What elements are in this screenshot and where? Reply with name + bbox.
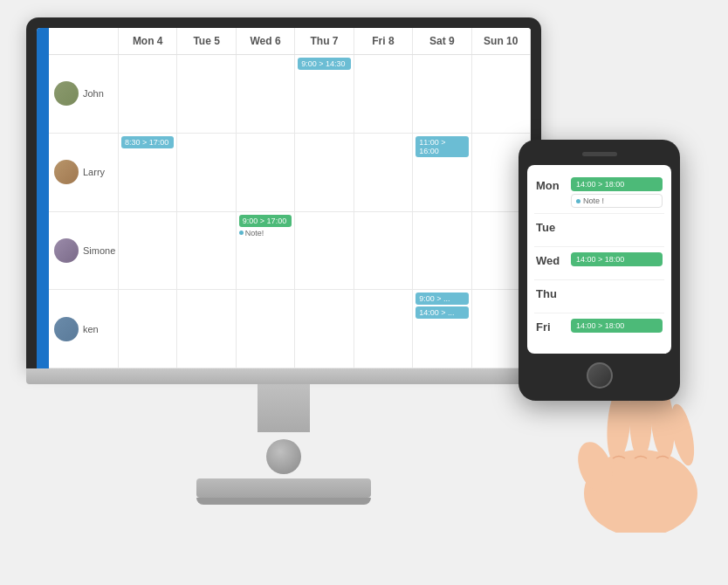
cal-cell-larry-wed[interactable] [237,134,295,211]
cal-cell-simone-mon[interactable] [119,212,177,290]
event-larry-mon[interactable]: 8:30 > 17:00 [121,136,174,148]
phone-events-wed: 14:00 > 18:00 [571,252,663,266]
avatar-simone [54,238,79,263]
cal-cell-ken-wed[interactable] [237,290,295,368]
phone-day-thu: Thu [536,286,564,300]
cal-person-ken: ken [49,290,119,368]
cal-cell-ken-fri[interactable] [354,290,413,368]
phone-row-wed: Wed 14:00 > 18:00 [534,247,664,280]
cal-cell-larry-fri[interactable] [354,134,413,211]
cal-cell-simone-tue[interactable] [177,212,236,290]
cal-header-mon: Mon 4 [119,28,177,54]
monitor-neck [258,384,310,432]
phone-body: Mon 14:00 > 18:00 Note ! Tue [519,140,680,401]
phone-home-button[interactable] [587,362,613,389]
phone-note-dot-mon [576,199,580,203]
phone-row-thu: Thu [534,280,664,313]
monitor: Mon 4 Tue 5 Wed 6 Thu 7 Fri 8 Sat 9 Sun … [26,17,541,505]
cal-cell-simone-sat[interactable] [413,212,471,290]
phone-day-mon: Mon [536,177,564,192]
phone-row-mon: Mon 14:00 > 18:00 Note ! [534,172,664,214]
note-dot [239,231,244,235]
cal-cell-ken-thu[interactable] [295,290,354,368]
cal-header-wed: Wed 6 [237,28,295,54]
person-name-john: John [83,88,104,99]
cal-cell-larry-mon[interactable]: 8:30 > 17:00 [119,134,177,211]
cal-cell-john-sun[interactable] [472,55,531,133]
cal-header-empty [49,28,119,54]
phone: Mon 14:00 > 18:00 Note ! Tue [519,140,680,401]
cal-cell-larry-thu[interactable] [295,134,354,211]
cal-row-ken: ken 9:00 > ... 14:00 > ... [49,290,531,368]
cal-cell-simone-thu[interactable] [295,212,354,290]
monitor-left-bar [37,28,49,368]
avatar-john [54,81,79,106]
cal-cell-ken-mon[interactable] [119,290,177,368]
cal-cell-john-thu[interactable]: 9:00 > 14:30 [295,55,354,133]
note-simone-wed: Note! [239,229,292,237]
event-john-thu[interactable]: 9:00 > 14:30 [298,58,350,70]
phone-row-fri: Fri 14:00 > 18:00 [534,313,664,347]
cal-cell-john-tue[interactable] [177,55,236,133]
event-simone-wed[interactable]: 9:00 > 17:00 [239,215,292,227]
phone-events-mon: 14:00 > 18:00 Note ! [571,177,663,208]
avatar-larry [54,160,79,184]
phone-day-wed: Wed [536,252,564,267]
avatar-ken [54,317,79,341]
cal-cell-john-wed[interactable] [237,55,295,133]
cal-person-simone: Simone [49,212,119,290]
person-name-simone: Simone [83,245,115,256]
cal-cell-simone-fri[interactable] [354,212,413,290]
phone-event-fri[interactable]: 14:00 > 18:00 [571,319,663,333]
phone-day-tue: Tue [536,219,564,234]
note-text: Note! [245,229,264,237]
monitor-base-bottom [196,498,371,505]
cal-row-john: John 9:00 > 14:30 [49,55,531,134]
cal-cell-john-mon[interactable] [119,55,177,133]
person-name-ken: ken [83,324,99,334]
cal-header-sun: Sun 10 [472,28,531,54]
phone-event-mon[interactable]: 14:00 > 18:00 [571,177,663,191]
cal-header-thu: Thu 7 [295,28,354,54]
cal-person-john: John [49,55,119,133]
cal-cell-john-fri[interactable] [354,55,413,133]
cal-cell-ken-tue[interactable] [177,290,236,368]
event-ken-sat-1[interactable]: 9:00 > ... [416,292,468,305]
calendar-area: Mon 4 Tue 5 Wed 6 Thu 7 Fri 8 Sat 9 Sun … [49,28,531,368]
cal-header-sat: Sat 9 [413,28,471,54]
phone-note-text-mon: Note ! [583,196,604,205]
phone-speaker [582,152,617,156]
cal-header-tue: Tue 5 [177,28,236,54]
cal-row-larry: Larry 8:30 > 17:00 11:00 > 16:00 [49,134,531,212]
cal-row-simone: Simone 9:00 > 17:00 Note! [49,212,531,291]
phone-row-tue: Tue [534,214,664,247]
cal-cell-simone-wed[interactable]: 9:00 > 17:00 Note! [237,212,295,290]
monitor-screen-border: Mon 4 Tue 5 Wed 6 Thu 7 Fri 8 Sat 9 Sun … [26,17,541,368]
phone-day-fri: Fri [536,319,564,334]
cal-cell-larry-sat[interactable]: 11:00 > 16:00 [413,134,471,211]
cal-cell-ken-sat[interactable]: 9:00 > ... 14:00 > ... [413,290,471,368]
cal-cell-larry-tue[interactable] [177,134,236,211]
person-name-larry: Larry [83,167,105,177]
monitor-base [196,478,371,498]
phone-screen: Mon 14:00 > 18:00 Note ! Tue [527,165,671,354]
monitor-stand-button [266,439,301,474]
event-larry-sat[interactable]: 11:00 > 16:00 [416,136,468,157]
phone-note-mon: Note ! [571,194,663,208]
phone-events-fri: 14:00 > 18:00 [571,319,663,333]
monitor-screen: Mon 4 Tue 5 Wed 6 Thu 7 Fri 8 Sat 9 Sun … [37,28,531,368]
monitor-chin [26,368,541,384]
cal-header-fri: Fri 8 [354,28,413,54]
calendar-header: Mon 4 Tue 5 Wed 6 Thu 7 Fri 8 Sat 9 Sun … [49,28,531,55]
cal-person-larry: Larry [49,134,119,211]
event-ken-sat-2[interactable]: 14:00 > ... [416,306,468,319]
scene: Mon 4 Tue 5 Wed 6 Thu 7 Fri 8 Sat 9 Sun … [0,0,728,585]
phone-event-wed[interactable]: 14:00 > 18:00 [571,252,663,266]
cal-cell-john-sat[interactable] [413,55,471,133]
